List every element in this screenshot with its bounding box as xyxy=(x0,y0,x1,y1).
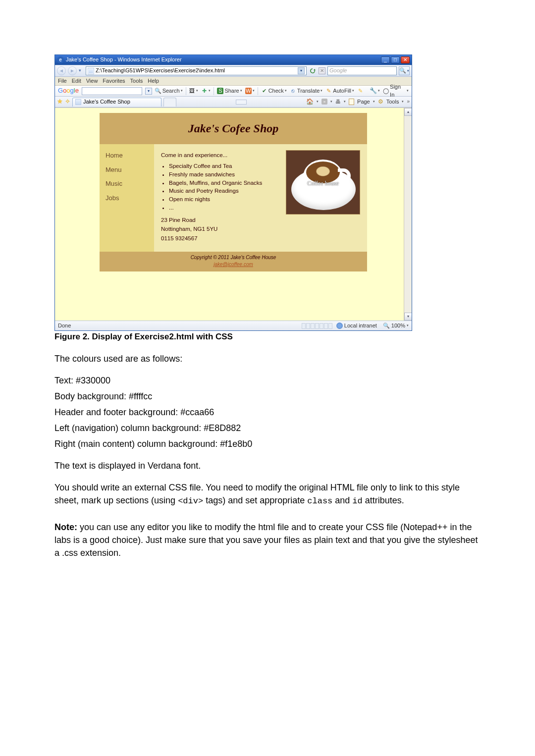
page-cmd-icon xyxy=(349,99,354,105)
print-icon[interactable]: 🖶 xyxy=(335,98,341,106)
site-nav: Home Menu Music Jobs xyxy=(100,144,154,252)
zoom-value: 100% xyxy=(391,322,405,330)
google-toolbar: Google ▾ 🔍Search ▾ 🖼▾ ✚▾ SShare ▾ W▾ ✔Ch… xyxy=(55,86,412,97)
google-plus-button[interactable]: ✚▾ xyxy=(201,88,211,94)
list-item: Specialty Coffee and Tea xyxy=(169,162,281,170)
zone-icon xyxy=(336,323,343,329)
copyright: Copyright © 2011 Jake's Coffee House xyxy=(100,254,367,262)
tab-active[interactable]: Jake's Coffee Shop xyxy=(72,98,161,107)
zoom-dropdown-icon[interactable]: ▾ xyxy=(407,323,409,328)
history-dropdown[interactable]: ▾ xyxy=(79,67,84,74)
google-translate-button[interactable]: ⎋Translate ▾ xyxy=(290,87,322,95)
google-logo: Google xyxy=(58,86,79,96)
status-progress-blocks xyxy=(302,323,332,329)
refresh-button[interactable] xyxy=(309,67,317,75)
note-paragraph: Note: you can use any editor you like to… xyxy=(54,521,481,559)
tools-icon: ⚙ xyxy=(378,98,383,106)
menu-favorites[interactable]: Favorites xyxy=(103,77,125,85)
google-autofill-button[interactable]: ✎AutoFill ▾ xyxy=(325,87,354,95)
menu-view[interactable]: View xyxy=(86,77,98,85)
nav-jobs[interactable]: Jobs xyxy=(106,194,148,203)
google-search-input[interactable] xyxy=(82,87,142,95)
scroll-up-icon[interactable]: ▴ xyxy=(404,108,412,116)
stop-button[interactable]: ✕ xyxy=(319,67,325,74)
css-instructions: You should write an external CSS file. Y… xyxy=(54,481,481,508)
google-check-button[interactable]: ✔Check ▾ xyxy=(261,87,287,95)
menu-help[interactable]: Help xyxy=(148,77,159,85)
tab-label: Jake's Coffee Shop xyxy=(83,98,130,106)
color-headerfooter: Header and footer background: #ccaa66 xyxy=(54,406,481,419)
security-zone[interactable]: Local intranet xyxy=(336,322,377,330)
vertical-scrollbar[interactable]: ▴ ▾ xyxy=(404,108,412,321)
nav-home[interactable]: Home xyxy=(106,151,148,161)
zoom-icon: 🔍 xyxy=(383,322,390,330)
image-watermark: Coffee house xyxy=(286,179,360,188)
google-signin-button[interactable]: ◯Sign In ▾ xyxy=(383,83,409,99)
new-tab-button[interactable] xyxy=(163,98,176,107)
window-titlebar: e Jake's Coffee Shop - Windows Internet … xyxy=(55,55,412,65)
color-main: Right (main content) column background: … xyxy=(54,437,481,450)
tab-loading-indicator xyxy=(236,100,247,105)
tab-bar: ★ ✧ Jake's Coffee Shop 🏠▾ »▾ 🖶▾ Page▾ ⚙T… xyxy=(55,97,412,108)
intro-text: Come in and experience... xyxy=(161,151,281,160)
nav-music[interactable]: Music xyxy=(106,179,148,189)
home-icon[interactable]: 🏠 xyxy=(306,98,314,106)
colors-intro: The colours used are as follows: xyxy=(54,352,481,365)
navigation-bar: ◄ ► ▾ Z:\Teaching\G51WPS\Exercises\Exerc… xyxy=(55,65,412,77)
address-line-3: 0115 9324567 xyxy=(161,234,281,243)
tab-page-icon xyxy=(75,99,81,105)
favorites-center-icon[interactable]: ★ xyxy=(57,97,63,107)
menu-edit[interactable]: Edit xyxy=(72,77,81,85)
search-button[interactable]: 🔍▾ xyxy=(399,66,410,75)
maximize-button[interactable]: □ xyxy=(391,56,400,63)
google-search-dropdown[interactable]: ▾ xyxy=(145,88,152,95)
page-cmd-label[interactable]: Page xyxy=(357,98,370,106)
menu-file[interactable]: File xyxy=(58,77,67,85)
browser-window: e Jake's Coffee Shop - Windows Internet … xyxy=(54,54,412,331)
footer-email-link[interactable]: jake@jcoffee.com xyxy=(214,262,253,267)
site-main: Come in and experience... Specialty Coff… xyxy=(154,144,367,252)
minimize-button[interactable]: _ xyxy=(381,56,390,63)
address-bar[interactable]: Z:\Teaching\G51WPS\Exercises\Exercise2\i… xyxy=(86,66,307,75)
viewport: Jake's Cofee Shop Home Menu Music Jobs C… xyxy=(55,108,412,321)
tools-cmd-label[interactable]: Tools xyxy=(386,98,399,106)
google-share-button[interactable]: SShare ▾ xyxy=(217,87,242,95)
google-settings-button[interactable]: 🔧 ▾ xyxy=(370,87,380,95)
color-nav: Left (navigation) column background: #E8… xyxy=(54,422,481,434)
color-list: Text: #330000 Body background: #ffffcc H… xyxy=(54,374,481,450)
page-icon xyxy=(88,68,94,74)
google-image-button[interactable]: 🖼▾ xyxy=(189,88,198,94)
search-placeholder: Google xyxy=(329,67,347,75)
menu-tools[interactable]: Tools xyxy=(130,77,143,85)
color-body: Body background: #ffffcc xyxy=(54,390,481,403)
google-highlight-button[interactable]: ✎ xyxy=(357,88,364,94)
code-div: <div> xyxy=(178,496,203,506)
zoom-control[interactable]: 🔍 100% ▾ xyxy=(383,322,409,330)
address-line-1: 23 Pine Road xyxy=(161,216,281,224)
site-heading: Jake's Cofee Shop xyxy=(100,120,367,137)
google-search-button[interactable]: 🔍Search ▾ xyxy=(155,87,183,95)
nav-menu[interactable]: Menu xyxy=(106,165,148,175)
close-button[interactable]: ✕ xyxy=(401,56,410,63)
site-header: Jake's Cofee Shop xyxy=(100,113,367,144)
code-class: class xyxy=(307,496,332,506)
back-button[interactable]: ◄ xyxy=(57,66,66,75)
address-text: Z:\Teaching\G51WPS\Exercises\Exercise2\i… xyxy=(96,67,296,75)
list-item: Freshly made sandwiches xyxy=(169,170,281,179)
font-line: The text is displayed in Verdana font. xyxy=(54,459,481,472)
overflow-chevron-icon[interactable]: » xyxy=(407,98,410,106)
status-text: Done xyxy=(58,322,302,330)
search-engine-box[interactable]: Google xyxy=(327,66,397,75)
rss-icon[interactable]: » xyxy=(321,99,327,105)
command-bar: 🏠▾ »▾ 🖶▾ Page▾ ⚙Tools▾ » xyxy=(306,98,410,106)
forward-button[interactable]: ► xyxy=(68,66,77,75)
list-item: ... xyxy=(169,204,281,212)
google-sidewiki-button[interactable]: W▾ xyxy=(245,88,255,94)
site-footer: Copyright © 2011 Jake's Coffee House jak… xyxy=(100,252,367,271)
add-favorite-icon[interactable]: ✧ xyxy=(65,97,70,107)
coffee-image: Coffee house xyxy=(286,150,360,215)
figure-caption: Figure 2. Display of Exercise2.html with… xyxy=(54,331,481,343)
menu-bar: File Edit View Favorites Tools Help xyxy=(55,77,412,86)
scroll-down-icon[interactable]: ▾ xyxy=(404,313,412,321)
address-dropdown[interactable]: ▾ xyxy=(298,67,305,74)
